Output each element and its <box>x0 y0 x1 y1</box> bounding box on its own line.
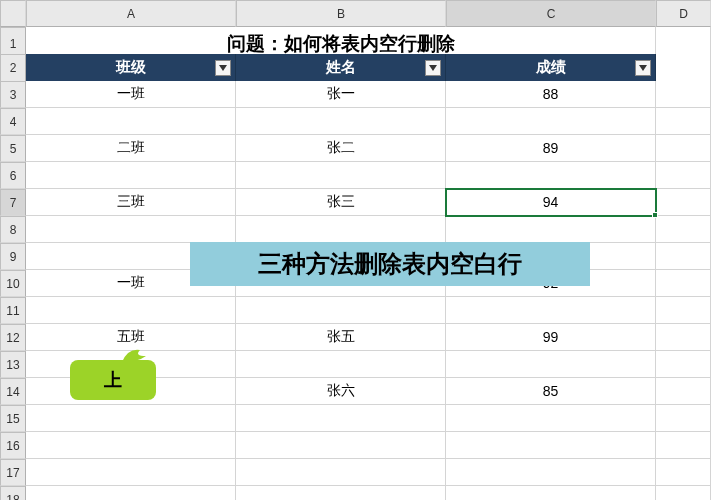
row-header-4[interactable]: 4 <box>0 108 26 135</box>
cell-D2[interactable] <box>656 54 711 82</box>
row-header-18[interactable]: 18 <box>0 486 26 500</box>
row-header-11[interactable]: 11 <box>0 297 26 324</box>
cell-D5[interactable] <box>656 135 711 162</box>
corner-cell[interactable] <box>0 0 26 27</box>
cell-A15[interactable] <box>26 405 236 432</box>
cell-B12[interactable]: 张五 <box>236 324 446 351</box>
row-header-6[interactable]: 6 <box>0 162 26 189</box>
cell-D14[interactable] <box>656 378 711 405</box>
cell-A17[interactable] <box>26 459 236 486</box>
cell-D16[interactable] <box>656 432 711 459</box>
row-header-7[interactable]: 7 <box>0 189 26 216</box>
cell-D3[interactable] <box>656 81 711 108</box>
cell-value: 85 <box>543 383 559 399</box>
row-header-16[interactable]: 16 <box>0 432 26 459</box>
header-name-text: 姓名 <box>326 58 356 77</box>
header-class-text: 班级 <box>116 58 146 77</box>
row-header-2[interactable]: 2 <box>0 54 26 82</box>
row-header-5[interactable]: 5 <box>0 135 26 162</box>
cell-B5[interactable]: 张二 <box>236 135 446 162</box>
cell-C14[interactable]: 85 <box>446 378 656 405</box>
cell-C15[interactable] <box>446 405 656 432</box>
cell-B18[interactable] <box>236 486 446 500</box>
column-header-D[interactable]: D <box>656 0 711 27</box>
cell-D12[interactable] <box>656 324 711 351</box>
annotation-banner: 三种方法删除表内空白行 <box>190 242 590 286</box>
column-header-C[interactable]: C <box>446 0 656 27</box>
header-class[interactable]: 班级 <box>26 54 236 82</box>
cell-D18[interactable] <box>656 486 711 500</box>
cell-C17[interactable] <box>446 459 656 486</box>
cell-A6[interactable] <box>26 162 236 189</box>
cell-A16[interactable] <box>26 432 236 459</box>
cell-A11[interactable] <box>26 297 236 324</box>
cell-A5[interactable]: 二班 <box>26 135 236 162</box>
cell-D6[interactable] <box>656 162 711 189</box>
cell-D15[interactable] <box>656 405 711 432</box>
cell-B11[interactable] <box>236 297 446 324</box>
header-name[interactable]: 姓名 <box>236 54 446 82</box>
row-header-9[interactable]: 9 <box>0 243 26 270</box>
cell-C18[interactable] <box>446 486 656 500</box>
cell-value: 二班 <box>117 139 145 157</box>
cell-B3[interactable]: 张一 <box>236 81 446 108</box>
filter-dropdown-icon[interactable] <box>425 60 441 76</box>
cell-B13[interactable] <box>236 351 446 378</box>
title-text: 问题：如何将表内空行删除 <box>227 31 455 57</box>
column-header-B[interactable]: B <box>236 0 446 27</box>
cell-value: 张一 <box>327 85 355 103</box>
cell-D9[interactable] <box>656 243 711 270</box>
cell-D4[interactable] <box>656 108 711 135</box>
callout-shape: 上 <box>70 360 156 400</box>
row-header-12[interactable]: 12 <box>0 324 26 351</box>
callout-text: 上 <box>104 368 122 392</box>
cell-A18[interactable] <box>26 486 236 500</box>
row-header-10[interactable]: 10 <box>0 270 26 297</box>
cell-value: 94 <box>543 194 559 210</box>
cell-C3[interactable]: 88 <box>446 81 656 108</box>
cell-C12[interactable]: 99 <box>446 324 656 351</box>
cell-B15[interactable] <box>236 405 446 432</box>
cell-A4[interactable] <box>26 108 236 135</box>
cell-D7[interactable] <box>656 189 711 216</box>
cell-value: 张五 <box>327 328 355 346</box>
cell-C4[interactable] <box>446 108 656 135</box>
cell-B4[interactable] <box>236 108 446 135</box>
cell-D10[interactable] <box>656 270 711 297</box>
cell-A7[interactable]: 三班 <box>26 189 236 216</box>
cell-C13[interactable] <box>446 351 656 378</box>
row-header-17[interactable]: 17 <box>0 459 26 486</box>
cell-B8[interactable] <box>236 216 446 243</box>
row-header-3[interactable]: 3 <box>0 81 26 108</box>
cell-B16[interactable] <box>236 432 446 459</box>
cell-C6[interactable] <box>446 162 656 189</box>
header-score[interactable]: 成绩 <box>446 54 656 82</box>
row-header-13[interactable]: 13 <box>0 351 26 378</box>
cell-B7[interactable]: 张三 <box>236 189 446 216</box>
cell-D8[interactable] <box>656 216 711 243</box>
cell-B6[interactable] <box>236 162 446 189</box>
cell-C8[interactable] <box>446 216 656 243</box>
cell-value: 89 <box>543 140 559 156</box>
cell-A3[interactable]: 一班 <box>26 81 236 108</box>
cell-C5[interactable]: 89 <box>446 135 656 162</box>
filter-dropdown-icon[interactable] <box>215 60 231 76</box>
cell-value: 张三 <box>327 193 355 211</box>
filter-dropdown-icon[interactable] <box>635 60 651 76</box>
cell-C7[interactable]: 94 <box>446 189 656 216</box>
fill-handle[interactable] <box>652 212 658 218</box>
cell-D17[interactable] <box>656 459 711 486</box>
cell-B17[interactable] <box>236 459 446 486</box>
row-header-8[interactable]: 8 <box>0 216 26 243</box>
row-header-15[interactable]: 15 <box>0 405 26 432</box>
cell-D11[interactable] <box>656 297 711 324</box>
cell-D13[interactable] <box>656 351 711 378</box>
cell-C11[interactable] <box>446 297 656 324</box>
cell-B14[interactable]: 张六 <box>236 378 446 405</box>
cell-C16[interactable] <box>446 432 656 459</box>
column-header-A[interactable]: A <box>26 0 236 27</box>
cell-A8[interactable] <box>26 216 236 243</box>
row-header-14[interactable]: 14 <box>0 378 26 405</box>
cell-value: 88 <box>543 86 559 102</box>
header-score-text: 成绩 <box>536 58 566 77</box>
